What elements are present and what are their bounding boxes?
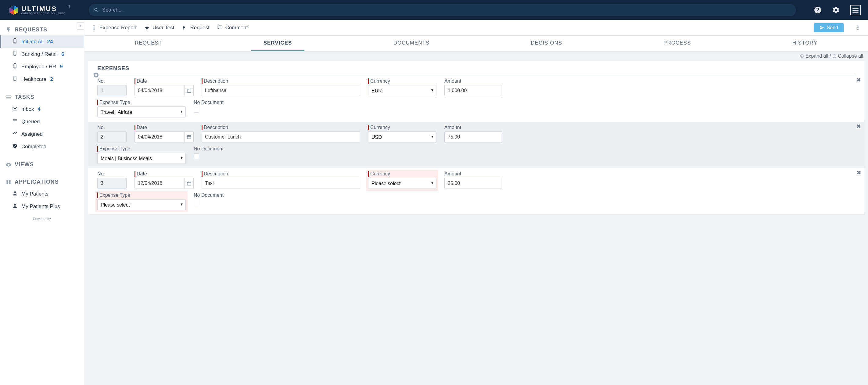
tab-request[interactable]: REQUEST (123, 36, 174, 51)
collapse-all-button[interactable]: Collapse all (832, 53, 863, 59)
expense-row-1: ✖ No. Date Description Currency USD Amou… (88, 122, 864, 168)
calendar-button[interactable] (185, 131, 194, 143)
panel-title: EXPENSES (97, 65, 855, 72)
kebab-icon (857, 24, 859, 30)
date-input[interactable] (134, 178, 185, 189)
brand-name: ULTIMUS (21, 5, 66, 12)
calendar-button[interactable] (185, 85, 194, 96)
no-document-checkbox[interactable] (194, 107, 199, 113)
expand-collapse-bar: Expand all / Collapse all (84, 52, 868, 61)
device-icon (92, 25, 96, 30)
tabs: REQUEST SERVICES DOCUMENTS DECISIONS PRO… (84, 36, 868, 52)
sidebar-collapse-button[interactable] (77, 22, 84, 30)
no-field (97, 178, 127, 189)
no-field (97, 131, 127, 143)
list-icon (5, 94, 11, 100)
date-input[interactable] (134, 131, 185, 143)
sidebar-item-task-3[interactable]: Completed (0, 140, 84, 153)
breadcrumb-bar: Expense Report User Test Request Comment… (84, 20, 868, 36)
tab-history[interactable]: HISTORY (780, 36, 830, 51)
paper-plane-icon (819, 25, 825, 30)
currency-select[interactable]: Please select (368, 178, 436, 189)
device-icon (12, 63, 18, 70)
calendar-button[interactable] (185, 178, 194, 189)
sidebar-item-request-0[interactable]: Initiate All 24 (0, 35, 84, 48)
svg-rect-7 (852, 8, 859, 8)
gear-icon[interactable] (832, 6, 840, 14)
svg-point-21 (13, 144, 17, 148)
expense-type-select[interactable]: Meals | Business Meals (97, 153, 186, 164)
svg-rect-13 (14, 55, 16, 56)
comment-icon (217, 25, 222, 30)
eye-icon (5, 162, 11, 168)
sidebar-item-task-2[interactable]: Assigned (0, 128, 84, 140)
completed-icon (12, 143, 18, 150)
breadcrumb-comment[interactable]: Comment (217, 25, 248, 31)
sidebar-item-request-1[interactable]: Banking / Retail 6 (0, 48, 84, 60)
date-input[interactable] (134, 85, 185, 96)
svg-point-26 (857, 25, 859, 26)
assigned-icon (12, 130, 18, 138)
inbox-icon (12, 106, 18, 113)
no-document-checkbox[interactable] (194, 200, 199, 205)
breadcrumb-activity: Request (182, 25, 209, 31)
svg-rect-15 (14, 67, 16, 68)
sidebar-header-tasks: TASKS (0, 91, 84, 103)
trademark-icon: ® (68, 5, 70, 8)
sidebar-header-views[interactable]: VIEWS (0, 159, 84, 170)
expenses-panel: EXPENSES ✖ No. Date Description Cu (88, 61, 864, 215)
amount-input[interactable] (444, 178, 502, 189)
sidebar-item-app-0[interactable]: My Patients (0, 188, 84, 200)
tab-services[interactable]: SERVICES (251, 36, 304, 51)
send-button[interactable]: Send (814, 23, 844, 32)
no-document-checkbox[interactable] (194, 153, 199, 159)
person-icon (12, 190, 18, 197)
sidebar-item-request-3[interactable]: Healthcare 2 (0, 73, 84, 85)
amount-input[interactable] (444, 131, 502, 143)
svg-point-27 (857, 27, 859, 28)
logo-mark-icon (8, 5, 19, 15)
hamburger-icon (851, 6, 860, 14)
currency-select[interactable]: USD (368, 131, 436, 143)
expense-type-select[interactable]: Travel | Airfare (97, 107, 186, 117)
no-field (97, 85, 127, 96)
sidebar-item-task-0[interactable]: Inbox 4 (0, 103, 84, 115)
tab-process[interactable]: PROCESS (651, 36, 703, 51)
search-input[interactable] (89, 4, 796, 16)
svg-rect-17 (14, 80, 16, 81)
amount-input[interactable] (444, 85, 502, 96)
sidebar-header-requests: REQUESTS (0, 24, 84, 35)
sidebar-item-task-1[interactable]: Queued (0, 115, 84, 128)
star-icon (145, 25, 150, 30)
menu-button[interactable] (850, 5, 861, 15)
remove-row-button[interactable]: ✖ (857, 169, 861, 176)
more-button[interactable] (855, 23, 861, 32)
search-icon (94, 7, 99, 13)
svg-point-22 (14, 191, 16, 193)
expand-all-button[interactable]: Expand all (800, 53, 830, 59)
remove-row-button[interactable]: ✖ (857, 77, 861, 83)
svg-rect-31 (187, 89, 191, 92)
expense-type-select[interactable]: Please select (97, 199, 186, 210)
description-input[interactable] (202, 131, 360, 143)
svg-rect-11 (14, 42, 16, 43)
description-input[interactable] (202, 178, 360, 189)
remove-row-button[interactable]: ✖ (857, 123, 861, 130)
expense-row-0: ✖ No. Date Description Currency EUR Amou… (88, 76, 864, 122)
logo[interactable]: ULTIMUS COMPOSED PROCESS SOLUTIONS ® (8, 5, 70, 15)
tab-documents[interactable]: DOCUMENTS (381, 36, 442, 51)
svg-rect-9 (852, 11, 859, 12)
description-input[interactable] (202, 85, 360, 96)
tab-decisions[interactable]: DECISIONS (519, 36, 575, 51)
sidebar-item-request-2[interactable]: Employee / HR 9 (0, 60, 84, 73)
help-icon[interactable] (814, 6, 822, 14)
queued-icon (12, 118, 18, 125)
sidebar-item-app-1[interactable]: My Patients Plus (0, 200, 84, 213)
sidebar: REQUESTS Initiate All 24 Banking / Retai… (0, 20, 84, 385)
powered-by: Powered by (0, 214, 84, 223)
currency-select[interactable]: EUR (368, 85, 436, 96)
calendar-icon (187, 181, 191, 186)
sidebar-header-applications[interactable]: APPLICATIONS (0, 176, 84, 188)
brand-tagline: COMPOSED PROCESS SOLUTIONS (21, 12, 66, 14)
calendar-icon (187, 88, 191, 93)
